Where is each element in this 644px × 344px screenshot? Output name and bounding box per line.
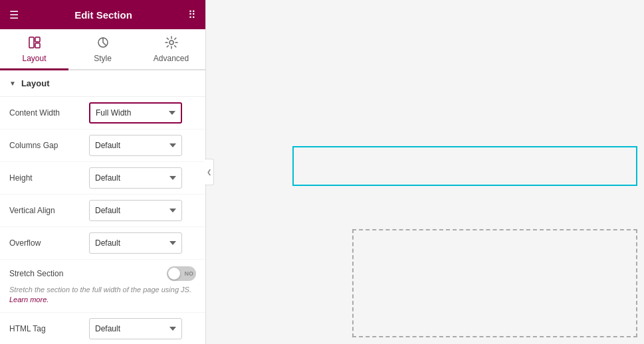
columns-gap-control: Default None Narrow <box>89 135 196 156</box>
height-label: Height <box>9 173 89 183</box>
height-control: Default Fit To Screen Min Height <box>89 167 196 189</box>
height-select[interactable]: Default Fit To Screen Min Height <box>89 167 182 189</box>
height-row: Height Default Fit To Screen Min Height <box>0 162 205 195</box>
tab-layout[interactable]: Layout <box>0 29 68 70</box>
html-tag-label: HTML Tag <box>9 324 89 333</box>
svg-point-4 <box>169 41 173 44</box>
vertical-align-control: Default Top Middle Bottom <box>89 200 196 221</box>
vertical-align-select[interactable]: Default Top Middle Bottom <box>89 200 182 221</box>
grid-icon[interactable]: ⠿ <box>188 9 196 21</box>
tab-style[interactable]: Style <box>68 29 137 70</box>
overflow-control: Default Hidden <box>89 232 196 254</box>
toggle-label-row: Stretch Section NO <box>9 266 196 281</box>
sidebar: ☰ Edit Section ⠿ Layout <box>0 0 206 344</box>
content-width-label: Content Width <box>9 108 89 118</box>
svg-rect-1 <box>35 37 40 42</box>
content-width-control: Full Width Boxed <box>89 102 196 124</box>
canvas-area[interactable] <box>206 0 644 344</box>
learn-more-link[interactable]: Learn more. <box>9 296 49 303</box>
tab-style-label: Style <box>94 54 112 63</box>
toggle-no-label: NO <box>185 270 194 277</box>
svg-rect-2 <box>35 43 40 48</box>
overflow-row: Overflow Default Hidden <box>0 227 205 260</box>
svg-rect-0 <box>29 37 34 48</box>
canvas-dashed-box <box>352 229 637 337</box>
canvas-element-box <box>292 146 637 186</box>
stretch-section-label: Stretch Section <box>9 269 63 278</box>
vertical-align-label: Vertical Align <box>9 206 89 215</box>
section-title: Layout <box>21 78 50 88</box>
stretch-section-row: Stretch Section NO Stretch the section t… <box>0 260 205 313</box>
advanced-icon <box>165 36 178 51</box>
stretch-section-toggle[interactable]: NO <box>167 266 196 281</box>
columns-gap-label: Columns Gap <box>9 141 89 150</box>
collapse-handle[interactable]: ❮ <box>205 159 214 185</box>
html-tag-row: HTML Tag Default header main footer arti… <box>0 313 205 344</box>
collapse-icon: ❮ <box>207 169 212 175</box>
tab-advanced-label: Advanced <box>154 54 189 63</box>
tab-layout-label: Layout <box>22 54 46 63</box>
sidebar-panel: ☰ Edit Section ⠿ Layout <box>0 0 206 344</box>
sidebar-header: ☰ Edit Section ⠿ <box>0 0 205 29</box>
section-arrow-icon: ▼ <box>9 80 16 87</box>
layout-icon <box>28 36 41 51</box>
html-tag-control: Default header main footer article secti… <box>89 318 196 339</box>
layout-section-heading: ▼ Layout <box>0 70 205 97</box>
toggle-knob <box>168 268 180 280</box>
overflow-select[interactable]: Default Hidden <box>89 232 182 254</box>
columns-gap-select[interactable]: Default None Narrow <box>89 135 182 156</box>
toggle-description: Stretch the section to the full width of… <box>9 285 196 305</box>
sidebar-content: ▼ Layout Content Width Full Width Boxed <box>0 70 205 344</box>
columns-gap-row: Columns Gap Default None Narrow <box>0 129 205 162</box>
overflow-label: Overflow <box>9 238 89 248</box>
tabs-bar: Layout Style Advanced <box>0 29 205 70</box>
hamburger-icon[interactable]: ☰ <box>9 9 19 21</box>
style-icon <box>96 36 110 51</box>
html-tag-select[interactable]: Default header main footer article secti… <box>89 318 182 339</box>
vertical-align-row: Vertical Align Default Top Middle Bottom <box>0 195 205 227</box>
sidebar-title: Edit Section <box>74 9 132 21</box>
tab-advanced[interactable]: Advanced <box>137 29 205 70</box>
content-width-row: Content Width Full Width Boxed <box>0 97 205 129</box>
content-width-select[interactable]: Full Width Boxed <box>89 102 182 124</box>
